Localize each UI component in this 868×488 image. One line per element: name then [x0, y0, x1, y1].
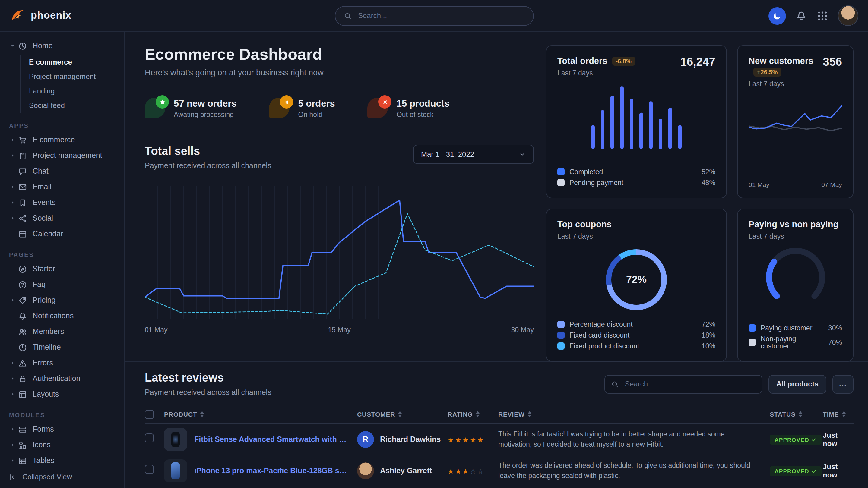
bell-icon — [18, 312, 27, 320]
sidebar-item-faq[interactable]: Faq — [0, 277, 124, 292]
total-orders-value: 16,247 — [680, 56, 715, 69]
reviews-search-input[interactable] — [624, 379, 756, 389]
sidebar-nav: HomeE commerceProject managementLandingS… — [0, 38, 124, 464]
product-link[interactable]: iPhone 13 pro max-Pacific Blue-128GB sto… — [194, 466, 349, 475]
total-sells-subtitle: Payment received across all channels — [145, 162, 272, 170]
sidebar-item-social-feed[interactable]: Social feed — [21, 98, 124, 113]
user-avatar[interactable] — [838, 5, 858, 26]
sidebar: HomeE commerceProject managementLandingS… — [0, 32, 125, 488]
column-header-review[interactable]: REVIEW — [498, 411, 770, 418]
sort-icon — [528, 411, 531, 417]
sidebar-item-email[interactable]: Email — [0, 179, 124, 195]
total-orders-bar-chart — [591, 82, 682, 149]
sidebar-section-pages: PAGES — [9, 251, 124, 258]
sidebar-item-project-management[interactable]: Project management — [0, 148, 124, 163]
sidebar-item-notifications[interactable]: Notifications — [0, 308, 124, 324]
sidebar-item-calendar[interactable]: Calendar — [0, 226, 124, 242]
caret-right-icon — [8, 425, 16, 433]
new-customers-x-axis: 01 May 07 May — [749, 175, 842, 188]
caret-right-icon — [8, 441, 16, 449]
legend-swatch — [557, 331, 565, 339]
sidebar-item-icons[interactable]: Icons — [0, 437, 124, 453]
legend-item-completed: Completed52% — [557, 166, 715, 177]
product-link[interactable]: Fitbit Sense Advanced Smartwatch with To… — [194, 435, 349, 444]
bell-icon — [796, 10, 807, 22]
review-text: The order was delivered ahead of schedul… — [498, 461, 770, 481]
caret-right-icon — [8, 183, 16, 191]
sidebar-item-landing[interactable]: Landing — [21, 84, 124, 98]
all-products-button[interactable]: All products — [769, 375, 826, 393]
sidebar-item-errors[interactable]: Errors — [0, 355, 124, 371]
column-header-status[interactable]: STATUS — [770, 411, 823, 418]
search-icon — [343, 12, 351, 20]
sidebar-item-layouts[interactable]: Layouts — [0, 386, 124, 402]
date-range-select[interactable]: Mar 1 - 31, 2022 — [413, 145, 534, 164]
layout-icon — [18, 390, 27, 399]
rating-stars: ★★★★★ — [447, 435, 485, 444]
chevron-down-icon — [519, 151, 526, 158]
moon-icon — [773, 11, 782, 20]
sidebar-item-social[interactable]: Social — [0, 210, 124, 226]
sidebar-item-members[interactable]: Members — [0, 324, 124, 339]
compass-icon — [18, 264, 27, 273]
new-customers-badge: +26.5% — [753, 67, 781, 76]
sidebar-item-chat[interactable]: Chat — [0, 163, 124, 179]
row-checkbox[interactable] — [145, 433, 154, 443]
dashboard-top: Ecommerce Dashboard Here's what's going … — [125, 32, 868, 362]
tag-icon — [18, 296, 27, 305]
notifications-button[interactable] — [796, 10, 807, 22]
caret-right-icon — [8, 214, 16, 222]
column-header-customer[interactable]: CUSTOMER — [357, 411, 447, 418]
page-subtitle: Here's what's going on at your business … — [145, 68, 534, 77]
sidebar-item-forms[interactable]: Forms — [0, 421, 124, 437]
mail-icon — [18, 182, 27, 191]
apps-menu-button[interactable] — [817, 10, 828, 22]
paying-gauge-chart — [750, 243, 841, 301]
column-header-rating[interactable]: RATING — [447, 411, 498, 418]
sidebar-item-pricing[interactable]: Pricing — [0, 292, 124, 308]
legend-item-percentage-discount: Percentage discount72% — [557, 319, 715, 330]
dark-mode-toggle[interactable] — [769, 7, 786, 24]
row-checkbox[interactable] — [145, 465, 154, 474]
sidebar-item-timeline[interactable]: Timeline — [0, 339, 124, 355]
bookmark-icon — [18, 198, 27, 207]
legend-swatch — [557, 321, 565, 328]
caret-right-icon — [8, 296, 16, 304]
main-content: Ecommerce Dashboard Here's what's going … — [125, 32, 868, 488]
apps-grid-icon — [817, 10, 828, 22]
more-options-button[interactable]: ... — [832, 375, 854, 393]
brand-name: phoenix — [31, 10, 71, 22]
caret-right-icon — [8, 457, 16, 464]
stats-row: 57 new ordersAwating processing5 ordersO… — [145, 98, 534, 118]
sidebar-item-project-management[interactable]: Project management — [21, 69, 124, 84]
global-search[interactable] — [335, 6, 533, 26]
sidebar-item-home[interactable]: Home — [0, 38, 124, 54]
collapsed-view-toggle[interactable]: Collapsed View — [0, 465, 124, 488]
legend-swatch — [557, 343, 565, 350]
alert-icon — [18, 358, 27, 367]
sidebar-item-tables[interactable]: Tables — [0, 453, 124, 464]
sidebar-item-e-commerce[interactable]: E commerce — [21, 55, 124, 69]
sidebar-item-e-commerce[interactable]: E commerce — [0, 132, 124, 148]
legend-item-paying-customer: Paying customer30% — [749, 323, 842, 333]
star-solid-icon — [145, 98, 165, 118]
review-text: This Fitbit is fantastic! I was trying t… — [498, 429, 770, 449]
reviews-search[interactable] — [604, 375, 763, 393]
collapse-icon — [9, 473, 17, 481]
brand[interactable]: phoenix — [10, 8, 71, 24]
status-badge: APPROVED — [770, 466, 822, 476]
sidebar-item-events[interactable]: Events — [0, 195, 124, 210]
rating-stars: ★★★☆☆ — [447, 467, 485, 475]
sidebar-item-authentication[interactable]: Authentication — [0, 371, 124, 386]
column-header-time[interactable]: TIME — [823, 411, 854, 418]
top-coupons-legend: Percentage discount72%Fixed card discoun… — [557, 319, 715, 352]
column-header-product[interactable]: PRODUCT — [164, 411, 357, 418]
sidebar-item-starter[interactable]: Starter — [0, 261, 124, 277]
shapes-icon — [18, 441, 27, 449]
lock-icon — [18, 374, 27, 383]
global-search-input[interactable] — [357, 11, 525, 21]
total-orders-card: Total orders-6.8% Last 7 days 16,247 Com… — [546, 45, 727, 198]
select-all-checkbox[interactable] — [145, 410, 154, 419]
table-row: Fitbit Sense Advanced Smartwatch with To… — [145, 424, 854, 455]
sidebar-section-apps: APPS — [9, 122, 124, 129]
